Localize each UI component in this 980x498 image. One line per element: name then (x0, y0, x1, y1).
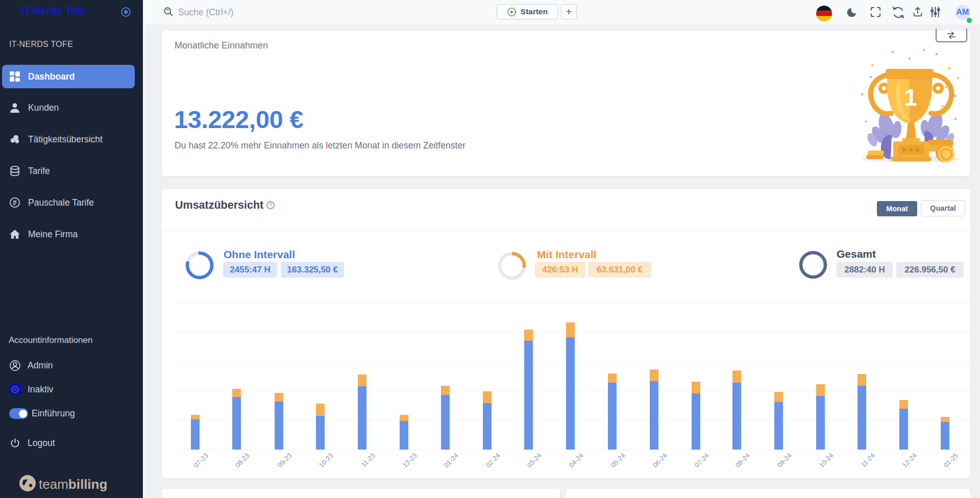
svg-text:?: ? (269, 203, 272, 208)
svg-text:1: 1 (904, 84, 917, 111)
